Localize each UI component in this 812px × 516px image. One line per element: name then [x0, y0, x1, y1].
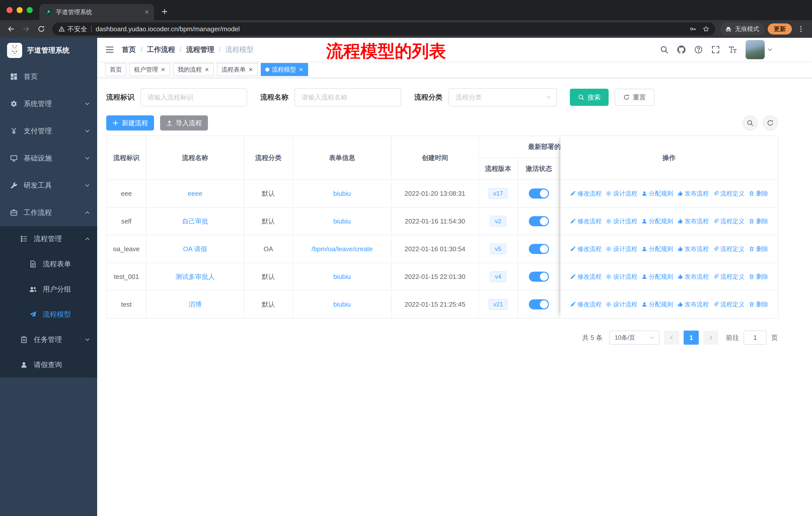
password-key-icon[interactable] — [690, 26, 696, 32]
text-size-icon[interactable] — [728, 45, 737, 54]
reload-button[interactable] — [35, 23, 47, 35]
breadcrumb-item[interactable]: 流程管理 — [186, 45, 214, 54]
github-icon[interactable] — [677, 45, 686, 54]
process-key-input[interactable] — [141, 88, 247, 106]
incognito-badge[interactable]: 无痕模式 — [720, 22, 765, 35]
design-process-action-link[interactable]: 设计流程 — [606, 245, 637, 253]
page-1-button[interactable]: 1 — [684, 331, 699, 345]
modify-process-action-link[interactable]: 修改流程 — [570, 189, 602, 197]
tab-close-icon[interactable] — [144, 9, 149, 15]
publish-process-action-link[interactable]: 发布流程 — [677, 189, 709, 197]
sidebar-item-process-management[interactable]: 流程管理 — [0, 226, 97, 251]
form-info-link[interactable]: biubiu — [333, 217, 351, 225]
sidebar-item-home[interactable]: 首页 — [0, 63, 97, 90]
assign-rule-action-link[interactable]: 分配规则 — [641, 217, 673, 225]
process-category-select[interactable]: 流程分类 — [448, 88, 557, 106]
process-definition-action-link[interactable]: 流程定义 — [713, 245, 745, 253]
active-status-toggle[interactable] — [529, 244, 549, 254]
form-info-link[interactable]: /bpm/oa/leave/create — [312, 245, 373, 253]
bookmark-star-icon[interactable] — [703, 26, 709, 32]
assign-rule-action-link[interactable]: 分配规则 — [641, 189, 673, 197]
tag-my-process[interactable]: 我的流程 — [173, 63, 214, 76]
search-button[interactable]: 搜索 — [570, 89, 609, 106]
tag-process-form[interactable]: 流程表单 — [217, 63, 258, 76]
design-process-action-link[interactable]: 设计流程 — [606, 189, 637, 197]
tag-close-icon[interactable] — [161, 67, 166, 72]
minimize-window-button[interactable] — [17, 7, 23, 13]
zoom-window-button[interactable] — [27, 7, 33, 13]
back-button[interactable] — [5, 23, 17, 35]
hamburger-icon[interactable] — [105, 45, 114, 54]
delete-action-link[interactable]: 删除 — [749, 245, 768, 253]
sidebar-item-process-model[interactable]: 流程模型 — [0, 302, 97, 327]
process-name-link[interactable]: eeee — [188, 190, 202, 197]
sidebar-item-leave-query[interactable]: 请假查询 — [0, 352, 97, 377]
process-definition-action-link[interactable]: 流程定义 — [713, 300, 745, 308]
active-status-toggle[interactable] — [529, 272, 549, 282]
tag-process-model[interactable]: 流程模型 — [261, 63, 308, 76]
modify-process-action-link[interactable]: 修改流程 — [570, 217, 602, 225]
close-window-button[interactable] — [6, 7, 12, 13]
form-info-link[interactable]: biubiu — [333, 273, 351, 281]
publish-process-action-link[interactable]: 发布流程 — [677, 245, 709, 253]
assign-rule-action-link[interactable]: 分配规则 — [641, 273, 673, 281]
sidebar-item-process-form[interactable]: 流程表单 — [0, 251, 97, 277]
new-tab-button[interactable] — [158, 5, 171, 18]
sidebar-item-user-group[interactable]: 用户分组 — [0, 277, 97, 302]
sidebar-item-infrastructure[interactable]: 基础设施 — [0, 145, 97, 172]
delete-action-link[interactable]: 删除 — [749, 273, 768, 281]
publish-process-action-link[interactable]: 发布流程 — [677, 273, 709, 281]
publish-process-action-link[interactable]: 发布流程 — [677, 217, 709, 225]
assign-rule-action-link[interactable]: 分配规则 — [641, 300, 673, 308]
process-name-link[interactable]: 滔博 — [188, 300, 202, 309]
sidebar-item-payment-management[interactable]: 支付管理 — [0, 117, 97, 145]
refresh-table-button[interactable] — [763, 115, 778, 131]
form-info-link[interactable]: biubiu — [333, 190, 351, 197]
tag-tenant-management[interactable]: 租户管理 — [129, 63, 170, 76]
fullscreen-icon[interactable] — [711, 45, 720, 54]
prev-page-button[interactable] — [664, 331, 679, 345]
active-status-toggle[interactable] — [529, 216, 549, 226]
browser-menu-button[interactable] — [795, 23, 807, 35]
breadcrumb-item[interactable]: 工作流程 — [147, 45, 175, 54]
active-status-toggle[interactable] — [529, 299, 549, 309]
process-definition-action-link[interactable]: 流程定义 — [713, 189, 745, 197]
import-process-button[interactable]: 导入流程 — [160, 115, 208, 131]
goto-page-input[interactable] — [744, 331, 767, 345]
search-icon[interactable] — [660, 45, 669, 54]
tag-close-icon[interactable] — [298, 67, 303, 72]
design-process-action-link[interactable]: 设计流程 — [606, 217, 637, 225]
sidebar-item-system-management[interactable]: 系统管理 — [0, 90, 97, 117]
publish-process-action-link[interactable]: 发布流程 — [677, 300, 709, 308]
form-info-link[interactable]: biubiu — [333, 301, 351, 308]
tag-home[interactable]: 首页 — [105, 63, 126, 76]
sidebar-item-workflow[interactable]: 工作流程 — [0, 199, 97, 226]
browser-tab[interactable]: 芋道管理系统 — [39, 4, 154, 20]
process-name-link[interactable]: OA 请假 — [183, 245, 207, 253]
active-status-toggle[interactable] — [529, 188, 549, 198]
modify-process-action-link[interactable]: 修改流程 — [570, 300, 602, 308]
design-process-action-link[interactable]: 设计流程 — [606, 300, 637, 308]
create-process-button[interactable]: 新建流程 — [106, 115, 154, 131]
sidebar-item-dev-tools[interactable]: 研发工具 — [0, 172, 97, 199]
user-avatar[interactable] — [746, 40, 773, 59]
delete-action-link[interactable]: 删除 — [749, 300, 768, 308]
process-name-input[interactable] — [294, 88, 401, 106]
address-bar[interactable]: 不安全 dashboard.yudao.iocoder.cn/bpm/manag… — [52, 22, 715, 35]
tag-close-icon[interactable] — [248, 67, 253, 72]
page-size-select[interactable]: 10条/页 — [609, 331, 660, 345]
modify-process-action-link[interactable]: 修改流程 — [570, 245, 602, 253]
sidebar-item-task-management[interactable]: 任务管理 — [0, 327, 97, 352]
breadcrumb-item[interactable]: 首页 — [122, 45, 136, 54]
delete-action-link[interactable]: 删除 — [749, 189, 768, 197]
reset-button[interactable]: 重置 — [615, 89, 655, 106]
toggle-search-button[interactable] — [743, 115, 758, 131]
modify-process-action-link[interactable]: 修改流程 — [570, 273, 602, 281]
tag-close-icon[interactable] — [204, 67, 209, 72]
process-definition-action-link[interactable]: 流程定义 — [713, 217, 745, 225]
design-process-action-link[interactable]: 设计流程 — [606, 273, 637, 281]
forward-button[interactable] — [20, 23, 32, 35]
process-definition-action-link[interactable]: 流程定义 — [713, 273, 745, 281]
next-page-button[interactable] — [703, 331, 718, 345]
security-indicator[interactable]: 不安全 — [58, 25, 87, 33]
